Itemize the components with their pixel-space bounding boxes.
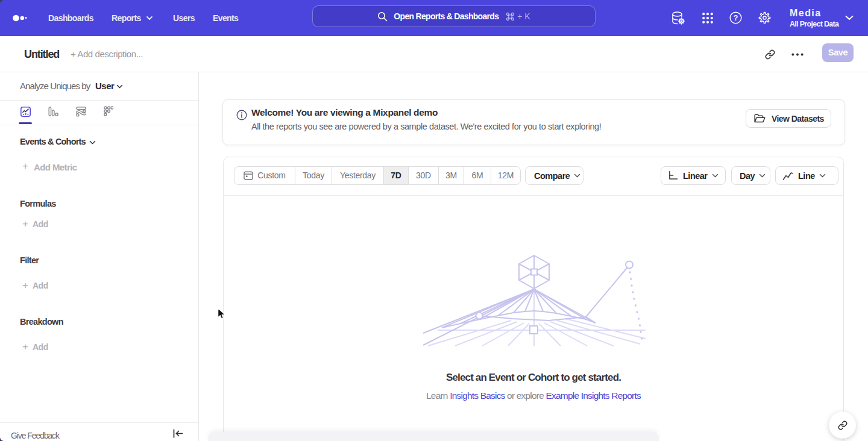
svg-text:?: ? <box>734 14 738 22</box>
